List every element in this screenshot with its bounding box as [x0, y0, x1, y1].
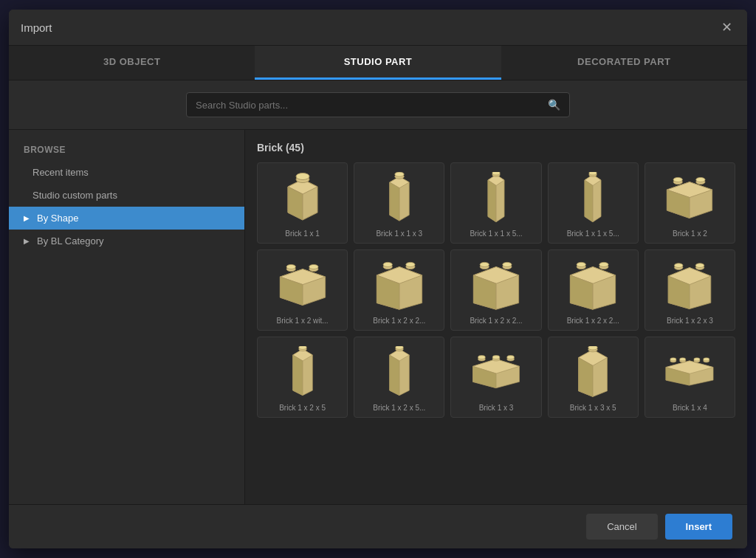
svg-point-40: [406, 262, 415, 266]
svg-point-24: [674, 177, 683, 182]
brick-label: Brick 1 x 3 x 5: [570, 404, 616, 413]
brick-label: Brick 1 x 2 x 3: [667, 317, 713, 326]
dialog-title: Import: [21, 21, 52, 34]
list-item[interactable]: Brick 1 x 2 x 2...: [548, 249, 639, 331]
brick-grid: Brick 1 x 1 Brick 1 x 1 x 3: [257, 162, 735, 418]
title-bar: Import ✕: [9, 10, 747, 46]
svg-point-31: [286, 264, 295, 269]
brick-label: Brick 1 x 2 x 2...: [373, 317, 425, 326]
search-input-wrap: 🔍: [186, 92, 570, 117]
brick-image: [261, 169, 344, 227]
tab-bar: 3D OBJECT STUDIO PART DECORATED PART: [9, 46, 747, 80]
svg-point-66: [298, 346, 306, 349]
brick-image: [648, 169, 732, 227]
brick-image: [551, 343, 635, 401]
list-item[interactable]: Brick 1 x 2 x 2...: [354, 249, 444, 331]
svg-point-80: [507, 356, 515, 359]
svg-point-96: [704, 358, 709, 361]
brick-label: Brick 1 x 1 x 5...: [567, 230, 619, 238]
brick-label: Brick 1 x 2: [673, 230, 707, 238]
search-icon: 🔍: [548, 99, 560, 111]
brick-image: [551, 169, 635, 227]
svg-point-85: [588, 346, 597, 350]
panel-title: Brick (45): [257, 142, 735, 154]
brick-image: [357, 169, 441, 227]
sidebar-item-studio-custom-parts[interactable]: Studio custom parts: [9, 184, 244, 207]
brick-label: Brick 1 x 2 x 2...: [470, 317, 522, 326]
chevron-right-icon-2: ▶: [24, 237, 32, 245]
brick-label: Brick 1 x 2 x 2...: [567, 317, 619, 326]
svg-point-26: [696, 177, 705, 182]
content-area: Browse Recent items Studio custom parts …: [9, 130, 747, 504]
brick-label: Brick 1 x 2 x 5...: [373, 404, 425, 413]
cancel-button[interactable]: Cancel: [586, 514, 657, 540]
browse-label: Browse: [9, 142, 244, 161]
svg-point-19: [589, 172, 597, 175]
svg-point-90: [670, 358, 676, 361]
sidebar: Browse Recent items Studio custom parts …: [9, 130, 245, 504]
list-item[interactable]: Brick 1 x 1 x 5...: [450, 162, 541, 244]
svg-marker-64: [292, 355, 302, 396]
search-input[interactable]: [196, 100, 548, 111]
brick-image: [454, 256, 537, 314]
sidebar-item-recent-items[interactable]: Recent items: [9, 161, 244, 184]
svg-point-78: [492, 356, 500, 359]
svg-point-14: [492, 172, 500, 175]
svg-point-76: [478, 356, 485, 359]
brick-label: Brick 1 x 4: [673, 404, 707, 413]
list-item[interactable]: Brick 1 x 1 x 3: [354, 162, 444, 244]
list-item[interactable]: Brick 1 x 2 x 2...: [450, 249, 541, 331]
svg-point-92: [680, 358, 686, 361]
tab-studio-part[interactable]: STUDIO PART: [255, 46, 501, 80]
svg-point-61: [696, 264, 705, 268]
list-item[interactable]: Brick 1 x 1 x 5...: [548, 162, 639, 244]
brick-image: [454, 169, 537, 227]
list-item[interactable]: Brick 1 x 3 x 5: [548, 337, 639, 418]
list-item[interactable]: Brick 1 x 2 wit...: [257, 249, 348, 331]
import-dialog: Import ✕ 3D OBJECT STUDIO PART DECORATED…: [9, 10, 747, 548]
brick-label: Brick 1 x 1: [285, 230, 320, 238]
by-shape-label: By Shape: [37, 213, 78, 224]
list-item[interactable]: Brick 1 x 2: [645, 162, 735, 244]
close-button[interactable]: ✕: [718, 18, 735, 36]
tab-decorated-part[interactable]: DECORATED PART: [501, 46, 747, 80]
brick-image: [357, 343, 441, 401]
brick-image: [454, 343, 537, 401]
sidebar-item-by-shape[interactable]: ▶ By Shape: [9, 207, 244, 230]
svg-marker-69: [389, 355, 399, 396]
brick-label: Brick 1 x 3: [479, 404, 514, 413]
tab-3d-object[interactable]: 3D OBJECT: [9, 46, 255, 80]
insert-button[interactable]: Insert: [665, 514, 732, 540]
svg-point-47: [503, 262, 512, 266]
svg-point-71: [395, 346, 403, 349]
brick-image: [551, 256, 635, 314]
svg-point-45: [480, 262, 489, 266]
svg-marker-7: [390, 182, 399, 221]
list-item[interactable]: Brick 1 x 2 x 3: [645, 249, 735, 331]
sidebar-item-by-bl-category[interactable]: ▶ By BL Category: [9, 230, 244, 252]
svg-point-59: [675, 264, 684, 268]
list-item[interactable]: Brick 1 x 1: [257, 162, 348, 244]
list-item[interactable]: Brick 1 x 2 x 5...: [354, 337, 444, 418]
svg-point-54: [599, 262, 608, 266]
by-bl-category-label: By BL Category: [37, 235, 104, 247]
list-item[interactable]: Brick 1 x 4: [645, 337, 735, 418]
svg-point-9: [395, 172, 404, 176]
search-bar: 🔍: [9, 80, 747, 130]
svg-point-94: [694, 358, 700, 361]
svg-marker-12: [488, 180, 496, 222]
svg-point-4: [296, 173, 309, 180]
main-panel: Brick (45) Brick 1 x 1: [245, 130, 747, 504]
brick-image: [261, 256, 344, 314]
footer: Cancel Insert: [9, 504, 747, 548]
list-item[interactable]: Brick 1 x 3: [450, 337, 541, 418]
brick-label: Brick 1 x 2 x 5: [279, 404, 326, 413]
brick-label: Brick 1 x 2 wit...: [277, 317, 329, 326]
svg-point-38: [383, 262, 392, 266]
list-item[interactable]: Brick 1 x 2 x 5: [257, 337, 348, 418]
svg-point-52: [577, 262, 585, 266]
brick-image: [648, 343, 732, 401]
svg-marker-17: [585, 180, 593, 222]
brick-image: [261, 343, 344, 401]
svg-point-33: [309, 264, 317, 269]
